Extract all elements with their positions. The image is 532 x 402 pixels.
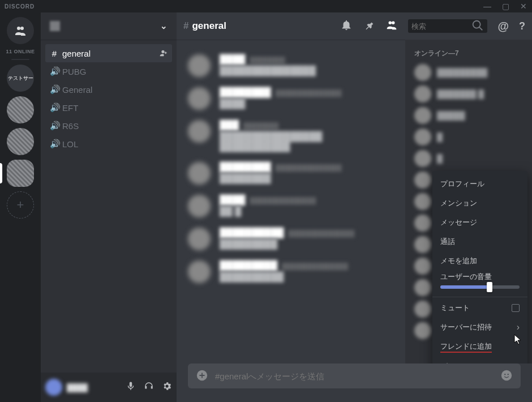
message-list: ███████████████████████████ ████████████… <box>177 40 405 363</box>
window-minimize-icon[interactable]: — <box>483 2 492 11</box>
guild-item[interactable] <box>7 96 34 123</box>
chevron-down-icon[interactable]: ⌄ <box>160 21 168 31</box>
members-icon[interactable] <box>385 19 398 33</box>
chat-message: █████████████████████ █ <box>188 195 394 217</box>
add-server-button[interactable]: + <box>7 191 34 219</box>
guild-list: 11 ONLINE テストサー + <box>0 12 41 402</box>
channel-label: PUBG <box>62 67 87 76</box>
notification-bell-icon[interactable] <box>340 19 353 33</box>
svg-point-3 <box>508 373 509 374</box>
channel-label: LOL <box>62 139 78 149</box>
server-header[interactable]: ⌄ <box>41 12 177 40</box>
emoji-picker-icon[interactable] <box>500 369 513 383</box>
ctx-block[interactable]: ブロック <box>432 357 527 363</box>
speaker-icon: 🔊 <box>50 84 59 95</box>
search-box[interactable] <box>408 19 487 33</box>
message-avatar[interactable] <box>188 54 211 77</box>
ctx-add-friend[interactable]: フレンドに追加 <box>432 337 527 357</box>
voice-channel[interactable]: 🔊General <box>45 80 172 99</box>
guild-item-selected[interactable] <box>7 160 34 187</box>
online-count-label: 11 ONLINE <box>6 49 35 54</box>
channel-label: EFT <box>62 103 78 113</box>
chat-message: ███████████████████████████ <box>188 87 394 110</box>
chat-message: ██████████████████████████████████████ <box>188 120 394 152</box>
window-close-icon[interactable]: ✕ <box>520 2 527 11</box>
home-button[interactable] <box>7 17 34 44</box>
mute-checkbox[interactable] <box>512 304 520 312</box>
discord-wordmark: DISCORD <box>5 3 35 10</box>
members-section-header: オンライン—7 <box>410 49 527 62</box>
deafen-icon[interactable] <box>144 381 154 394</box>
chat-area: # general @ ? ██████████████████████████ <box>177 12 532 402</box>
channel-title: general <box>192 20 226 32</box>
channel-label: general <box>62 49 91 58</box>
pin-icon[interactable] <box>363 19 375 33</box>
voice-channel[interactable]: 🔊EFT <box>45 99 172 117</box>
volume-slider-thumb[interactable] <box>487 282 492 292</box>
channel-panel: ⌄ # general 🔊PUBG 🔊General 🔊EFT 🔊R6S 🔊LO… <box>41 12 177 402</box>
ctx-profile[interactable]: プロフィール <box>432 174 527 194</box>
message-avatar[interactable] <box>188 260 211 283</box>
hash-icon: # <box>50 49 59 58</box>
speaker-icon: 🔊 <box>50 139 59 149</box>
ctx-mention[interactable]: メンション <box>432 194 527 213</box>
svg-point-1 <box>501 370 512 380</box>
ctx-invite-to-server[interactable]: サーバーに招待 <box>432 318 527 337</box>
speaker-icon: 🔊 <box>50 121 59 131</box>
svg-point-2 <box>504 373 505 374</box>
settings-gear-icon[interactable] <box>162 381 172 394</box>
self-user-panel: ████ <box>41 373 177 402</box>
voice-channel[interactable]: 🔊R6S <box>45 117 172 135</box>
member-item[interactable]: █████ <box>410 105 527 126</box>
mentions-icon[interactable]: @ <box>497 20 509 33</box>
ctx-mute-label: ミュート <box>440 303 470 313</box>
chat-message: ██████████████████████████████████ <box>188 228 394 250</box>
message-avatar[interactable] <box>188 87 211 110</box>
ctx-message[interactable]: メッセージ <box>432 213 527 232</box>
speaker-icon: 🔊 <box>50 66 59 76</box>
chat-message: ███████████████████████████ <box>188 54 394 77</box>
member-item[interactable]: █ <box>410 148 527 169</box>
text-channel-general[interactable]: # general <box>45 44 172 62</box>
add-member-icon[interactable] <box>158 49 168 58</box>
voice-channel[interactable]: 🔊PUBG <box>45 62 172 80</box>
message-avatar[interactable] <box>188 195 211 217</box>
members-panel: オンライン—7 █████████ ███████ █ █████ █ █ █ … <box>405 40 532 363</box>
chat-message: ██████████████████████████████████ <box>188 260 394 283</box>
ctx-volume-label: ユーザーの音量 <box>440 272 520 282</box>
member-item[interactable]: ███████ █ <box>410 83 527 105</box>
message-input[interactable] <box>215 371 494 381</box>
search-input[interactable] <box>411 22 468 31</box>
message-input-container <box>188 363 521 388</box>
channel-label: General <box>62 85 92 95</box>
member-item[interactable]: █ <box>410 126 527 148</box>
window-maximize-icon[interactable]: ▢ <box>502 2 510 11</box>
mute-mic-icon[interactable] <box>126 381 136 394</box>
guild-label: テストサー <box>8 75 33 82</box>
ctx-mute[interactable]: ミュート <box>432 297 527 318</box>
guild-item[interactable]: テストサー <box>7 65 34 92</box>
add-attachment-icon[interactable] <box>196 369 208 383</box>
channel-label: R6S <box>62 121 79 131</box>
message-avatar[interactable] <box>188 162 211 185</box>
chat-message: ███████████████████████████████ <box>188 162 394 185</box>
message-avatar[interactable] <box>188 228 211 250</box>
message-avatar[interactable] <box>188 120 211 143</box>
volume-slider[interactable] <box>440 285 520 289</box>
hash-icon: # <box>183 20 188 32</box>
self-username: ████ <box>67 383 88 392</box>
self-avatar[interactable] <box>45 379 62 396</box>
help-icon[interactable]: ? <box>519 20 525 32</box>
speaker-icon: 🔊 <box>50 102 59 113</box>
ctx-user-volume: ユーザーの音量 <box>432 271 527 294</box>
chat-header: # general @ ? <box>177 12 532 40</box>
ctx-add-note[interactable]: メモを追加 <box>432 251 527 271</box>
user-context-menu: プロフィール メンション メッセージ 通話 メモを追加 ユーザーの音量 ミュート <box>432 171 527 363</box>
guild-separator <box>11 59 29 60</box>
voice-channel[interactable]: 🔊LOL <box>45 135 172 153</box>
guild-item[interactable] <box>7 128 34 155</box>
member-item[interactable]: █████████ <box>410 62 527 83</box>
ctx-call[interactable]: 通話 <box>432 232 527 251</box>
volume-slider-fill <box>440 285 490 289</box>
server-name <box>50 21 60 31</box>
